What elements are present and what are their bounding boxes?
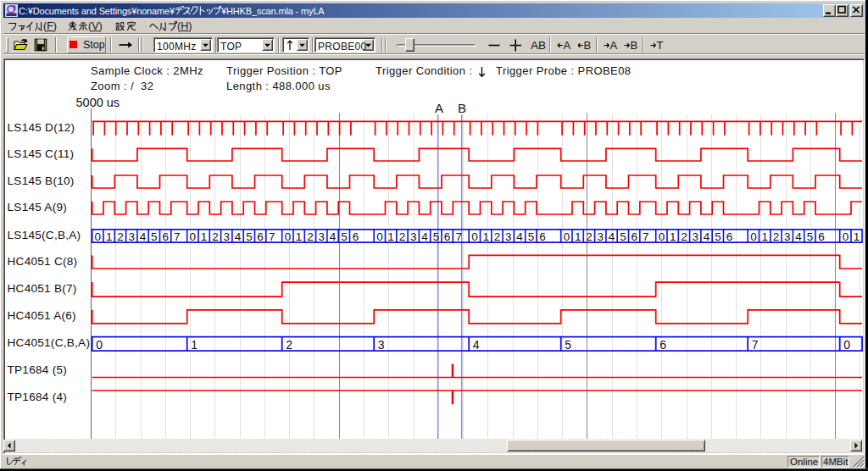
svg-text:HC4051(C,B,A): HC4051(C,B,A): [8, 336, 91, 349]
svg-text:6: 6: [659, 338, 666, 352]
svg-text:2: 2: [399, 230, 406, 243]
svg-text:3: 3: [597, 230, 604, 243]
svg-text:0: 0: [95, 230, 102, 243]
svg-text:1: 1: [854, 230, 860, 243]
svg-text:1: 1: [201, 230, 208, 243]
svg-text:1: 1: [387, 230, 394, 243]
svg-text:6: 6: [353, 230, 359, 243]
svg-text:4: 4: [795, 230, 802, 243]
svg-text:0: 0: [659, 230, 665, 243]
svg-text:3: 3: [378, 338, 385, 352]
svg-text:LS145 C(11): LS145 C(11): [8, 147, 75, 160]
svg-text:A: A: [435, 101, 443, 115]
svg-text:2: 2: [494, 230, 501, 243]
svg-text:3: 3: [784, 230, 791, 243]
svg-text:HC4051 A(6): HC4051 A(6): [8, 309, 76, 322]
svg-text:0: 0: [843, 338, 850, 352]
svg-text:3: 3: [505, 230, 512, 243]
svg-text:3: 3: [318, 230, 325, 243]
svg-text:B: B: [458, 101, 466, 115]
svg-text:1: 1: [296, 230, 303, 243]
svg-text:1: 1: [191, 338, 198, 352]
svg-text:0: 0: [750, 230, 757, 243]
svg-text:4: 4: [473, 338, 480, 352]
svg-text:1: 1: [761, 230, 768, 243]
svg-text:4: 4: [704, 230, 710, 243]
svg-text:2: 2: [307, 230, 314, 243]
svg-text:LS145 D(12): LS145 D(12): [8, 121, 75, 134]
svg-text:3: 3: [128, 230, 135, 243]
svg-text:0: 0: [376, 230, 383, 243]
svg-text:5: 5: [565, 338, 571, 352]
svg-text:TP1684 (4): TP1684 (4): [8, 391, 68, 403]
svg-text:5: 5: [528, 230, 535, 243]
svg-text:2: 2: [117, 230, 124, 243]
svg-text:2: 2: [773, 230, 780, 243]
svg-text:1: 1: [482, 230, 489, 243]
svg-text:6: 6: [818, 230, 825, 243]
svg-text:5: 5: [151, 230, 158, 243]
svg-text:3: 3: [692, 230, 698, 243]
svg-text:7: 7: [752, 338, 759, 352]
svg-text:7: 7: [643, 230, 649, 243]
svg-text:6: 6: [631, 230, 637, 243]
svg-text:2: 2: [286, 338, 292, 352]
svg-text:2: 2: [681, 230, 687, 243]
svg-text:7: 7: [174, 230, 181, 243]
svg-text:4: 4: [421, 230, 428, 243]
svg-text:5: 5: [246, 230, 253, 243]
svg-text:0: 0: [843, 230, 849, 243]
svg-text:TP1684 (5): TP1684 (5): [8, 363, 68, 376]
svg-text:4: 4: [330, 230, 337, 243]
svg-text:1: 1: [575, 230, 581, 243]
svg-text:0: 0: [471, 230, 478, 243]
svg-text:0: 0: [96, 338, 103, 352]
svg-text:6: 6: [726, 230, 733, 243]
svg-text:7: 7: [269, 230, 275, 243]
svg-text:6: 6: [539, 230, 546, 243]
svg-text:5: 5: [620, 230, 626, 243]
svg-text:4: 4: [235, 230, 242, 243]
svg-text:HC4051 B(7): HC4051 B(7): [8, 282, 77, 295]
svg-text:5: 5: [433, 230, 440, 243]
svg-text:HC4051 C(8): HC4051 C(8): [8, 255, 78, 268]
svg-text:5: 5: [341, 230, 348, 243]
svg-text:2: 2: [212, 230, 219, 243]
svg-text:6: 6: [162, 230, 169, 243]
svg-text:1: 1: [670, 230, 676, 243]
svg-text:5000 us: 5000 us: [76, 96, 120, 109]
svg-text:0: 0: [564, 230, 570, 243]
svg-text:LS145 B(10): LS145 B(10): [8, 175, 75, 187]
svg-text:3: 3: [223, 230, 230, 243]
svg-text:4: 4: [609, 230, 615, 243]
svg-text:5: 5: [715, 230, 721, 243]
svg-text:0: 0: [190, 230, 197, 243]
svg-text:6: 6: [257, 230, 264, 243]
svg-text:6: 6: [444, 230, 451, 243]
svg-text:4: 4: [140, 230, 147, 243]
svg-text:3: 3: [410, 230, 417, 243]
svg-text:LS145(C,B,A): LS145(C,B,A): [8, 229, 81, 241]
svg-text:0: 0: [285, 230, 292, 243]
svg-text:LS145 A(9): LS145 A(9): [8, 201, 68, 213]
svg-text:7: 7: [456, 230, 463, 243]
svg-text:4: 4: [516, 230, 523, 243]
svg-text:2: 2: [586, 230, 593, 243]
svg-text:5: 5: [807, 230, 814, 243]
svg-text:1: 1: [106, 230, 113, 243]
